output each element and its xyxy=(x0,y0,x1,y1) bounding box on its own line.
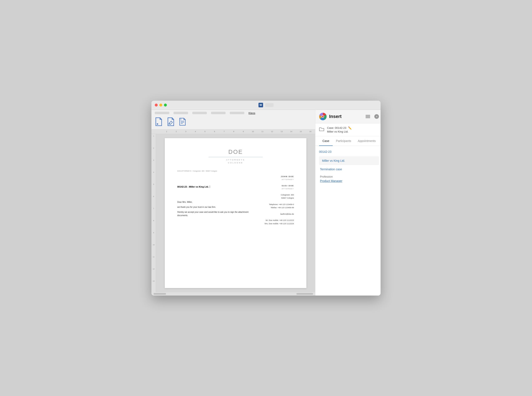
salutation: Dear Mrs. Miller, xyxy=(177,200,252,204)
case-number-link[interactable]: 00142-23 xyxy=(319,150,379,153)
menu-pill-1[interactable] xyxy=(155,112,169,114)
ruler-mark: 9 xyxy=(239,130,248,133)
tab-appointments[interactable]: Appointments xyxy=(355,136,379,146)
menu-bar: Kleos xyxy=(155,111,312,115)
case-number: Case: 00142-23 ✏️ xyxy=(327,126,379,130)
ruler-mark: 12 xyxy=(267,130,277,133)
ruler-mark: 11 xyxy=(258,130,267,133)
doc-page-area[interactable]: DOE ATTORNEYS COLOGNE DOE ATTORNEYS · Co… xyxy=(156,134,315,292)
ruler-mark: 7 xyxy=(219,130,229,133)
ruler-mark: 4 xyxy=(191,130,200,133)
ruler-num: 13 xyxy=(151,280,156,292)
para2: Hereby we accept your case and would lik… xyxy=(177,210,252,217)
profession-value-link[interactable]: Product Manager xyxy=(320,179,342,183)
doc-right: JOHN DOE ATTORNEY SUSI DOE ATTORNEY xyxy=(252,175,294,225)
doc-left: 00142-23 - Miller vs King Ltd. Dear Mrs.… xyxy=(177,175,252,225)
contact-info: Telephone: +49 123 123456-0 Telefax: +49… xyxy=(252,203,294,210)
email-info: lawfirm@doe.de xyxy=(252,213,294,216)
doc-body-text: Dear Mrs. Miller, we thank you for your … xyxy=(177,200,252,217)
panel-close-button[interactable]: × xyxy=(374,114,379,119)
doc-page: DOE ATTORNEYS COLOGNE DOE ATTORNEYS · Co… xyxy=(165,138,306,288)
termination-link[interactable]: Termination case xyxy=(319,168,379,171)
ruler-mark: 1 xyxy=(162,130,172,133)
scrollbar-thumb-right[interactable] xyxy=(296,293,313,295)
case-info-text: Case: 00142-23 ✏️ Miller vs King Ltd. xyxy=(327,126,379,133)
doc-subtitle1: ATTORNEYS xyxy=(177,159,294,161)
profession-label: Profession xyxy=(320,175,379,178)
profession-section: Profession Product Manager xyxy=(319,175,379,183)
title-bar: W xyxy=(151,101,381,110)
panel-title-area: Insert xyxy=(319,113,342,120)
logo-inner xyxy=(322,115,324,118)
case-name: Miller vs King Ltd. xyxy=(327,130,379,133)
ruler-num: 9 xyxy=(151,232,156,244)
mobile-info: Mr. Doe mobile: +49 123 1112223 Mrs. Doe… xyxy=(252,219,294,225)
ruler-mark: 10 xyxy=(248,130,258,133)
templates-button[interactable] xyxy=(179,117,187,126)
ruler-num: 11 xyxy=(151,256,156,268)
doc-case-ref[interactable]: 00142-23 - Miller vs King Ltd. xyxy=(177,186,252,188)
case-miller-link[interactable]: Miller vs King Ltd. xyxy=(322,159,345,162)
doc-address-bar: DOE ATTORNEYS · Colognestr. 300 · 50667 … xyxy=(177,170,294,172)
kleos-logo xyxy=(319,113,327,120)
icon-toolbar xyxy=(155,116,312,128)
scrollbar-thumb-left[interactable] xyxy=(154,293,166,295)
edit-document-button[interactable] xyxy=(167,117,175,126)
ruler-mark: 3 xyxy=(181,130,191,133)
ruler-num: 6 xyxy=(151,196,156,208)
doc-header-line xyxy=(208,157,263,157)
tab-participants[interactable]: Participants xyxy=(333,136,355,146)
maximize-button[interactable] xyxy=(164,104,167,106)
doc-content-area: 00142-23 - Miller vs King Ltd. Dear Mrs.… xyxy=(177,175,294,225)
app-window: W Kleos xyxy=(151,101,381,296)
ruler-mark: 13 xyxy=(277,130,286,133)
menu-line xyxy=(366,117,370,118)
attorney1-name: JOHN DOE ATTORNEY xyxy=(252,175,294,181)
attorney2-name: SUSI DOE ATTORNEY xyxy=(252,184,294,190)
traffic-lights xyxy=(155,104,167,106)
menu-pill-3[interactable] xyxy=(192,112,207,114)
ruler-num: 8 xyxy=(151,220,156,232)
word-area: Kleos xyxy=(151,110,315,296)
word-toolbar: Kleos xyxy=(151,110,315,129)
ruler-mark: 5 xyxy=(200,130,210,133)
panel-tabs: Case Participants Appointments xyxy=(315,136,381,146)
title-bar-text xyxy=(265,103,274,107)
menu-pill-5[interactable] xyxy=(230,112,244,114)
ruler-num: 12 xyxy=(151,268,156,280)
tab-case[interactable]: Case xyxy=(319,136,333,146)
close-button[interactable] xyxy=(155,104,158,106)
folder-icon xyxy=(319,127,324,132)
panel-content: 00142-23 Miller vs King Ltd. Termination… xyxy=(315,146,381,296)
side-panel: Insert × xyxy=(315,110,381,296)
word-icon: W xyxy=(258,103,263,107)
ruler-mark: 8 xyxy=(229,130,239,133)
menu-pill-2[interactable] xyxy=(173,112,188,114)
doc-firm-name: DOE xyxy=(177,149,294,155)
ruler-num: 10 xyxy=(151,244,156,256)
ruler-num: 4 xyxy=(151,171,156,183)
ruler-num: 1 xyxy=(151,135,156,147)
minimize-button[interactable] xyxy=(159,104,162,106)
new-document-button[interactable] xyxy=(155,117,163,126)
ruler-mark: 16 xyxy=(306,130,315,133)
ruler-num: 5 xyxy=(151,183,156,196)
canvas-area: 1 2 3 4 5 6 7 8 9 10 11 12 13 xyxy=(151,134,315,292)
case-ref-text: 00142-23 - Miller vs King Ltd. xyxy=(177,186,209,188)
ruler-left: 1 2 3 4 5 6 7 8 9 10 11 12 13 xyxy=(151,134,156,292)
case-item-miller[interactable]: Miller vs King Ltd. xyxy=(319,156,379,165)
kleos-menu-item[interactable]: Kleos xyxy=(248,111,255,115)
menu-line xyxy=(366,115,370,116)
edit-case-icon[interactable]: ✏️ xyxy=(348,126,352,130)
menu-pill-4[interactable] xyxy=(211,112,226,114)
doc-header: DOE ATTORNEYS COLOGNE xyxy=(177,149,294,164)
panel-menu-button[interactable] xyxy=(365,114,371,119)
ruler-num: 3 xyxy=(151,159,156,171)
ruler-mark: 6 xyxy=(210,130,219,133)
close-icon: × xyxy=(376,115,378,118)
horizontal-scrollbar[interactable] xyxy=(151,292,315,296)
ruler-mark: 2 xyxy=(172,130,181,133)
ruler-num: 7 xyxy=(151,208,156,220)
para1: we thank you for your trust in our law f… xyxy=(177,205,252,209)
case-info-bar: Case: 00142-23 ✏️ Miller vs King Ltd. xyxy=(315,123,381,136)
